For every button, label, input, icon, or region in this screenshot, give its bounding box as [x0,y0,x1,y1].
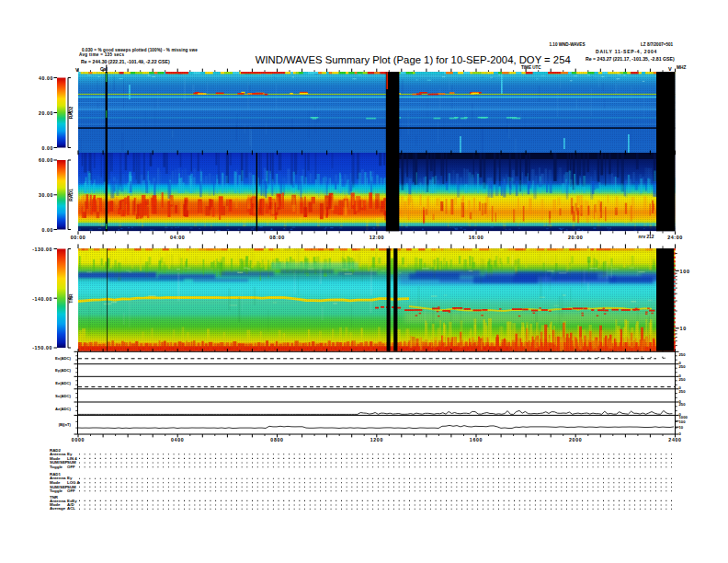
svg-text:60.00: 60.00 [39,157,53,163]
svg-text:-150.00: -150.00 [32,345,52,350]
svg-text:0: 0 [679,431,682,436]
svg-text:RAD1: RAD1 [68,189,74,201]
svg-text:TNR: TNR [68,293,74,304]
svg-text:20.00: 20.00 [39,110,53,116]
svg-text:1200: 1200 [370,437,383,442]
svg-text:DAILY 11-SEP-4, 2004: DAILY 11-SEP-4, 2004 [596,49,657,54]
svg-text:10: 10 [680,326,687,331]
svg-text:Cal: Cal [100,66,108,72]
svg-text:0.00: 0.00 [42,227,54,233]
svg-text:0.00: 0.00 [42,145,54,151]
svg-text:Sx(ADC): Sx(ADC) [55,394,72,398]
svg-text:10: 10 [679,425,684,430]
svg-text:nrv 212: nrv 212 [639,235,654,239]
svg-text:0400: 0400 [171,437,184,442]
svg-text:1.10 WND-WAVES: 1.10 WND-WAVES [550,42,586,47]
svg-text:Ez(ADC): Ez(ADC) [55,381,71,385]
svg-text:2000: 2000 [569,437,582,442]
svg-text:Toggle: Toggle [50,465,63,469]
svg-text:V: V [668,66,672,72]
svg-text:-140.00: -140.00 [32,296,52,302]
svg-text:Toggle: Toggle [50,488,63,493]
svg-text:250: 250 [679,352,687,357]
svg-text:250: 250 [679,364,687,369]
svg-text:0.030 = % good sweeps plotted: 0.030 = % good sweeps plotted (100%) - %… [82,48,198,52]
svg-text:Ex(ADC): Ex(ADC) [55,356,72,361]
svg-text:30.00: 30.00 [39,192,53,198]
svg-text:100: 100 [679,419,687,424]
svg-text:V: V [75,67,79,73]
svg-text:-130.00: -130.00 [32,247,52,252]
svg-text:LZ 8/7/2007=501: LZ 8/7/2007=501 [641,42,674,47]
svg-text:MHZ: MHZ [677,65,686,70]
svg-text:TIME UTC: TIME UTC [521,65,541,70]
svg-text:Ey(ADC): Ey(ADC) [55,368,72,373]
svg-text:0800: 0800 [270,437,283,442]
svg-text:Average: Average [50,506,66,511]
svg-text:OFF: OFF [67,465,75,469]
svg-text:16:00: 16:00 [469,235,483,240]
svg-text:24:00: 24:00 [667,235,682,240]
svg-text:OFF: OFF [67,488,75,493]
svg-text:08:00: 08:00 [269,235,284,240]
svg-text:Avg time = 135 secs: Avg time = 135 secs [79,52,124,57]
svg-text:Re = 244.30 (222.21, -101.4: Re = 244.30 (222.21, -101.49, -2.22 GSE) [81,59,170,64]
svg-text:2400: 2400 [668,437,681,442]
svg-text:Az(ADC): Az(ADC) [55,407,72,411]
svg-text:WIND/WAVES Summary Plot (Page: WIND/WAVES Summary Plot (Page 1) for 10-… [256,54,571,65]
svg-text:20:00: 20:00 [568,235,583,240]
svg-text:Re = 243.27 (221.17, -101.3: Re = 243.27 (221.17, -101.35, -2.81 GSE) [586,56,675,62]
svg-text:40.00: 40.00 [39,75,53,81]
svg-text:12:00: 12:00 [370,235,384,240]
svg-text:ACL: ACL [67,506,75,511]
svg-text:100: 100 [680,269,690,274]
svg-text:04:00: 04:00 [170,235,185,240]
svg-text:250: 250 [679,377,687,382]
svg-text:RAD2: RAD2 [68,106,74,119]
svg-text:1600: 1600 [470,437,483,442]
svg-text:|B|(nT): |B|(nT) [59,422,72,427]
svg-text:250: 250 [679,389,687,394]
svg-text:250: 250 [679,402,687,407]
svg-text:00:00: 00:00 [71,235,85,240]
svg-text:0000: 0000 [72,437,85,442]
